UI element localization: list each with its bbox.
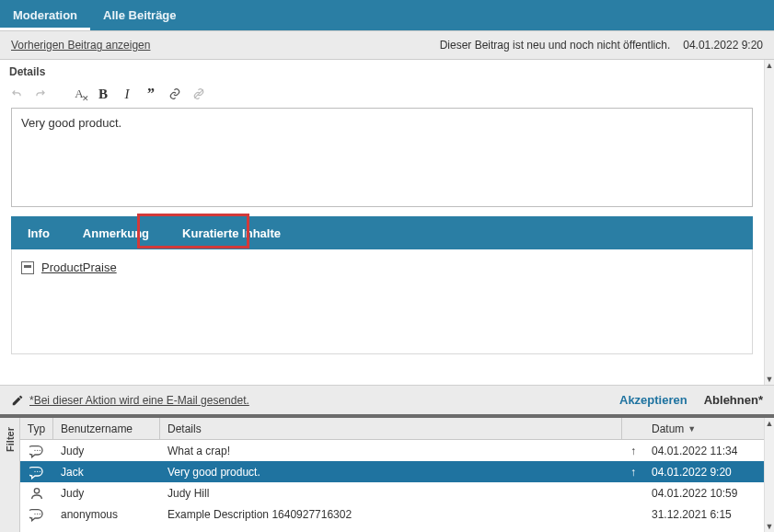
svg-point-10	[40, 513, 40, 514]
info-bar: Vorherigen Beitrag anzeigen Dieser Beitr…	[0, 30, 774, 60]
svg-point-4	[34, 470, 35, 471]
undo-icon[interactable]	[9, 87, 24, 101]
inner-tab-note[interactable]: Anmerkung	[66, 216, 166, 249]
editor-toolbar: A✕ B I ”	[0, 86, 764, 108]
action-bar: *Bei dieser Aktion wird eine E-Mail gese…	[0, 385, 774, 414]
email-note-link[interactable]: *Bei dieser Aktion wird eine E-Mail gese…	[29, 394, 249, 407]
row-details: What a crap!	[160, 445, 622, 457]
quote-icon[interactable]: ”	[144, 87, 158, 101]
grid-scrollbar[interactable]: ▲ ▼	[764, 418, 774, 532]
filter-tab[interactable]: Filter	[0, 418, 20, 532]
scroll-down-icon[interactable]: ▼	[765, 374, 774, 385]
tab-all-posts[interactable]: Alle Beiträge	[90, 0, 189, 30]
column-details[interactable]: Details	[160, 418, 622, 439]
redo-icon[interactable]	[33, 87, 48, 101]
inner-tab-curated[interactable]: Kuratierte Inhalte	[166, 216, 297, 249]
pencil-icon	[11, 394, 24, 407]
table-row[interactable]: JudyJudy Hill04.01.2022 10:59	[20, 482, 764, 503]
row-username: Judy	[53, 445, 160, 457]
curated-item-link[interactable]: ProductPraise	[41, 260, 117, 274]
top-tabs-bar: Moderation Alle Beiträge	[0, 0, 774, 30]
column-date[interactable]: Datum▼	[644, 418, 764, 439]
row-type-icon	[20, 486, 53, 501]
svg-point-6	[40, 470, 40, 471]
svg-point-8	[34, 513, 35, 514]
row-username: Jack	[53, 466, 160, 479]
bold-icon[interactable]: B	[96, 87, 110, 101]
svg-point-7	[34, 488, 39, 492]
grid-body: JudyWhat a crap!↑04.01.2022 11:34JackVer…	[20, 440, 764, 532]
row-username: Judy	[53, 487, 160, 500]
reject-button[interactable]: Ablehnen*	[704, 393, 763, 407]
curated-item-row: ProductPraise	[21, 260, 743, 274]
column-username[interactable]: Benutzername	[53, 418, 160, 439]
row-arrow: ↑	[622, 445, 644, 457]
post-timestamp: 04.01.2022 9:20	[683, 39, 763, 52]
curated-panel: ProductPraise	[11, 249, 753, 354]
svg-point-1	[34, 449, 35, 450]
svg-point-3	[40, 449, 40, 450]
row-date: 31.12.2021 6:15	[644, 508, 764, 521]
column-arrow	[622, 418, 644, 439]
grid-header: Typ Benutzername Details Datum▼	[20, 418, 764, 440]
previous-post-link[interactable]: Vorherigen Beitrag anzeigen	[11, 39, 150, 52]
grid-area: Filter Typ Benutzername Details Datum▼ J…	[0, 418, 764, 532]
accept-button[interactable]: Akzeptieren	[619, 393, 687, 407]
scroll-up-icon[interactable]: ▲	[765, 60, 774, 71]
svg-point-9	[37, 513, 38, 514]
row-arrow: ↑	[622, 466, 644, 479]
row-details: Very good product.	[160, 466, 622, 479]
grid-scroll-up-icon[interactable]: ▲	[765, 418, 774, 429]
row-date: 04.01.2022 10:59	[644, 487, 764, 500]
insert-link-icon[interactable]	[168, 87, 182, 101]
svg-point-2	[37, 449, 38, 450]
clear-format-icon[interactable]: A✕	[72, 87, 87, 101]
row-type-icon	[20, 444, 53, 458]
row-date: 04.01.2022 9:20	[644, 466, 764, 479]
editor-textarea[interactable]: Very good product.	[11, 108, 753, 207]
table-row[interactable]: JackVery good product.↑04.01.2022 9:20	[20, 461, 764, 482]
grid-scroll-down-icon[interactable]: ▼	[765, 521, 774, 532]
post-status-text: Dieser Beitrag ist neu und noch nicht öf…	[440, 39, 671, 52]
sort-desc-icon: ▼	[687, 424, 696, 434]
column-type[interactable]: Typ	[20, 418, 53, 439]
inner-tabs-bar: Info Anmerkung Kuratierte Inhalte	[11, 216, 753, 249]
row-details: Judy Hill	[160, 487, 622, 500]
page-icon	[21, 261, 34, 274]
row-type-icon	[20, 507, 53, 522]
remove-link-icon[interactable]	[191, 87, 206, 101]
row-username: anonymous	[53, 508, 160, 521]
italic-icon[interactable]: I	[120, 87, 134, 101]
svg-point-5	[37, 470, 38, 471]
table-row[interactable]: anonymousExample Description 16409277163…	[20, 503, 764, 525]
table-row[interactable]: JudyWhat a crap!↑04.01.2022 11:34	[20, 440, 764, 461]
tab-moderation[interactable]: Moderation	[0, 0, 90, 30]
inner-tab-info[interactable]: Info	[11, 216, 66, 249]
details-heading: Details	[0, 60, 764, 86]
row-details: Example Description 1640927716302	[160, 508, 622, 521]
row-type-icon	[20, 465, 53, 480]
details-scroll-area: Details A✕ B I ” Very good product. Info…	[0, 60, 764, 385]
row-date: 04.01.2022 11:34	[644, 445, 764, 457]
details-scrollbar[interactable]: ▲ ▼	[764, 60, 774, 385]
